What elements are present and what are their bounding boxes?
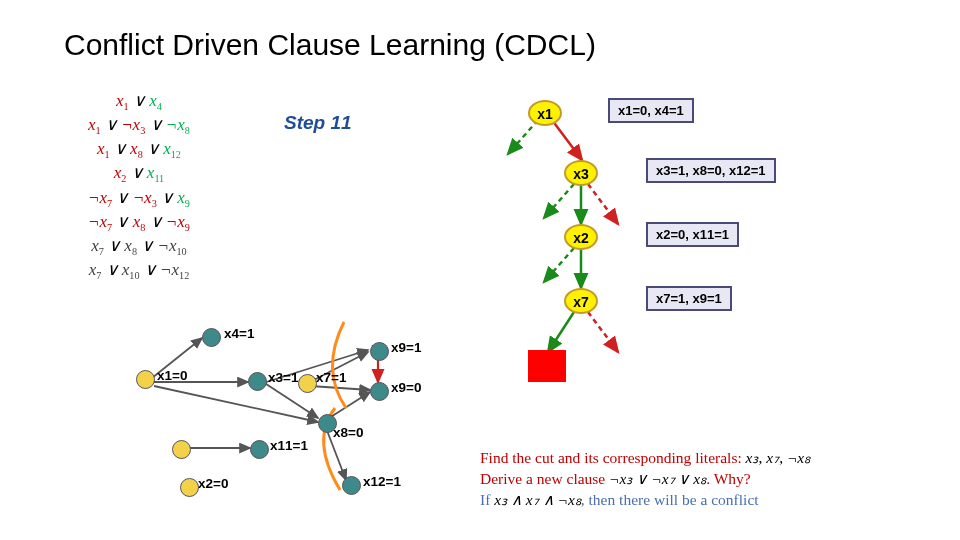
assignment-box-1: x1=0, x4=1 xyxy=(608,98,694,123)
label-x2: x2=0 xyxy=(198,476,228,491)
svg-line-8 xyxy=(548,312,574,352)
svg-line-11 xyxy=(154,386,318,422)
decision-tree: x1 x3 x2 x7 x1=0, x4=1 x3=1, x8=0, x12=1… xyxy=(478,98,918,388)
explain-2a: Derive a new clause xyxy=(480,470,609,487)
explanation-text: Find the cut and its corresponding liter… xyxy=(480,448,810,511)
label-x12: x12=1 xyxy=(363,474,401,489)
step-label: Step 11 xyxy=(284,112,352,134)
clause-list: x1 ∨ x4x1 ∨ ¬x3 ∨ ¬x8x1 ∨ x8 ∨ x12x2 ∨ x… xyxy=(88,90,190,283)
svg-line-2 xyxy=(544,184,574,218)
node-x9a xyxy=(370,342,389,361)
svg-line-1 xyxy=(552,120,582,160)
svg-line-0 xyxy=(508,120,538,154)
svg-line-3 xyxy=(588,184,618,224)
assignment-box-3: x2=0, x11=1 xyxy=(646,222,739,247)
assignment-box-4: x7=1, x9=1 xyxy=(646,286,732,311)
label-x3: x3=1 xyxy=(268,370,298,385)
label-x9b: x9=0 xyxy=(391,380,421,395)
explain-3c: , then there will be a conflict xyxy=(581,491,759,508)
explain-1a: Find the cut and its corresponding liter… xyxy=(480,449,746,466)
assignment-box-2: x3=1, x8=0, x12=1 xyxy=(646,158,776,183)
node-x12 xyxy=(342,476,361,495)
explain-3b: x₃ ∧ x₇ ∧ ¬x₈ xyxy=(494,491,581,508)
implication-graph: x4=1 x1=0 x3=1 x7=1 x8=0 x9=1 x9=0 x11=1… xyxy=(120,320,490,520)
tree-node-x3: x3 xyxy=(564,160,598,186)
label-x4: x4=1 xyxy=(224,326,254,341)
node-x1 xyxy=(136,370,155,389)
explain-2c: . Why? xyxy=(706,470,750,487)
node-x2b xyxy=(180,478,199,497)
node-x4 xyxy=(202,328,221,347)
label-x8: x8=0 xyxy=(333,425,363,440)
svg-line-15 xyxy=(310,386,370,390)
svg-line-7 xyxy=(588,312,618,352)
label-x7: x7=1 xyxy=(316,370,346,385)
label-x1: x1=0 xyxy=(157,368,187,383)
explain-3a: If xyxy=(480,491,494,508)
node-x3 xyxy=(248,372,267,391)
node-x7 xyxy=(298,374,317,393)
node-x9b xyxy=(370,382,389,401)
svg-line-5 xyxy=(544,248,574,282)
tree-node-x1: x1 xyxy=(528,100,562,126)
label-x11: x11=1 xyxy=(270,438,308,453)
node-x2 xyxy=(172,440,191,459)
label-x9a: x9=1 xyxy=(391,340,421,355)
node-x11 xyxy=(250,440,269,459)
conflict-marker xyxy=(528,350,566,382)
page-title: Conflict Driven Clause Learning (CDCL) xyxy=(64,28,596,62)
explain-2b: ¬x₃ ∨ ¬x₇ ∨ x₈ xyxy=(609,470,706,487)
tree-node-x2: x2 xyxy=(564,224,598,250)
tree-node-x7: x7 xyxy=(564,288,598,314)
